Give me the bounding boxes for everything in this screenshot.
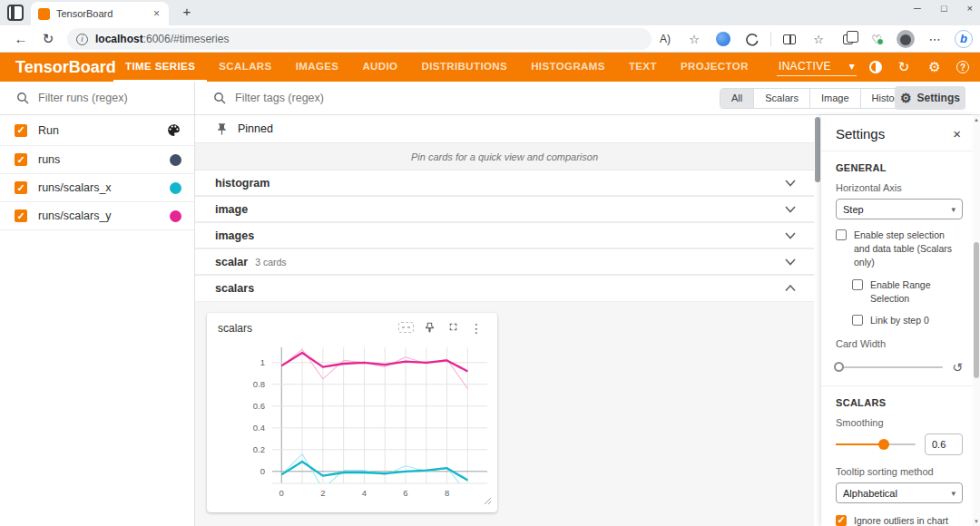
svg-text:4: 4 bbox=[362, 488, 367, 498]
url-text: localhost:6006/#timeseries bbox=[95, 33, 229, 45]
dark-mode-toggle-icon[interactable] bbox=[869, 61, 882, 73]
nav-tab-histograms[interactable]: HISTOGRAMS bbox=[519, 53, 617, 82]
smoothing-value-input[interactable]: 0.6 bbox=[925, 433, 963, 455]
fullscreen-icon[interactable] bbox=[441, 320, 465, 336]
chevron-down-icon[interactable] bbox=[785, 232, 796, 239]
run-name: runs bbox=[38, 153, 170, 166]
data-table-toggle-icon[interactable] bbox=[394, 320, 417, 336]
range-selection-row[interactable]: Enable Range Selection bbox=[852, 278, 963, 306]
bing-chat-icon[interactable]: b bbox=[953, 28, 975, 50]
url-host: localhost bbox=[95, 33, 143, 45]
run-row[interactable]: ✓ runs bbox=[0, 146, 194, 174]
section-scalars[interactable]: scalars bbox=[195, 276, 814, 302]
tab-close-icon[interactable]: × bbox=[152, 7, 162, 20]
link-by-step-checkbox[interactable] bbox=[852, 315, 863, 326]
nav-tab-scalars[interactable]: SCALARS bbox=[207, 53, 283, 82]
back-icon[interactable]: ← bbox=[7, 31, 34, 46]
run-color-dot[interactable] bbox=[170, 154, 181, 166]
nav-tab-projector[interactable]: PROJECTOR bbox=[669, 53, 760, 82]
card-width-slider[interactable] bbox=[836, 366, 943, 368]
scalars-line-chart[interactable]: 00.20.40.60.8102468 bbox=[207, 340, 497, 509]
section-histogram[interactable]: histogram bbox=[195, 170, 814, 197]
address-bar[interactable]: i localhost:6006/#timeseries bbox=[67, 28, 652, 50]
favorites-star-icon[interactable]: ☆ bbox=[683, 28, 705, 50]
toggle-all-runs-checkbox[interactable]: ✓ bbox=[15, 124, 27, 137]
main-scrollbar[interactable] bbox=[814, 115, 821, 526]
nav-tab-text[interactable]: TEXT bbox=[617, 53, 669, 82]
ignore-outliers-checkbox[interactable]: ✓ bbox=[836, 515, 847, 526]
main-scrollbar-thumb[interactable] bbox=[815, 117, 820, 182]
help-icon[interactable]: ? bbox=[956, 61, 969, 73]
range-selection-checkbox[interactable] bbox=[852, 279, 863, 290]
palette-icon[interactable] bbox=[166, 122, 181, 138]
svg-text:0.6: 0.6 bbox=[253, 401, 265, 411]
chevron-down-icon[interactable] bbox=[785, 258, 796, 266]
section-images[interactable]: images bbox=[195, 223, 814, 249]
read-aloud-icon[interactable]: A) bbox=[654, 28, 676, 50]
check-icon: ✓ bbox=[16, 210, 24, 222]
run-checkbox[interactable]: ✓ bbox=[15, 153, 27, 166]
settings-scrollbar[interactable]: ▲ ▼ bbox=[973, 115, 980, 526]
run-row[interactable]: ✓ runs/scalars_x bbox=[0, 174, 194, 202]
pinned-section-header: Pinned bbox=[195, 115, 814, 143]
run-checkbox[interactable]: ✓ bbox=[15, 209, 27, 222]
filter-tags-input[interactable] bbox=[235, 92, 371, 104]
settings-toggle-button[interactable]: ⚙ Settings bbox=[895, 86, 965, 110]
window-close-button[interactable]: × bbox=[967, 3, 973, 14]
run-name: runs/scalars_y bbox=[38, 209, 170, 222]
ignore-outliers-row[interactable]: ✓ Ignore outliers in chart scaling bbox=[836, 514, 963, 526]
section-scalar[interactable]: scalar 3 cards bbox=[195, 249, 814, 276]
chevron-down-icon[interactable] bbox=[785, 180, 796, 187]
nav-tab-images[interactable]: IMAGES bbox=[284, 53, 351, 82]
section-image[interactable]: image bbox=[195, 197, 814, 223]
tooltip-sorting-dropdown[interactable]: Alphabetical ▾ bbox=[836, 482, 963, 503]
run-row[interactable]: ✓ runs/scalars_y bbox=[0, 202, 194, 230]
pill-scalars[interactable]: Scalars bbox=[753, 89, 809, 108]
card-width-reset-icon[interactable]: ↺ bbox=[952, 360, 963, 375]
filter-runs-input[interactable] bbox=[38, 92, 174, 104]
link-by-step-row[interactable]: Link by step 0 bbox=[852, 314, 963, 327]
step-selection-row[interactable]: Enable step selection and data table (Sc… bbox=[836, 229, 963, 270]
extension-icon[interactable] bbox=[712, 28, 734, 50]
chevron-down-icon[interactable] bbox=[785, 206, 796, 213]
card-resize-handle[interactable] bbox=[484, 492, 492, 509]
settings-close-icon[interactable]: × bbox=[953, 126, 961, 141]
run-checkbox[interactable]: ✓ bbox=[15, 181, 27, 194]
runs-column-header: Run bbox=[38, 124, 166, 137]
history-loop-icon[interactable] bbox=[741, 28, 763, 50]
profile-avatar[interactable] bbox=[895, 28, 916, 50]
chevron-up-icon[interactable] bbox=[785, 285, 796, 292]
ignore-outliers-label: Ignore outliers in chart scaling bbox=[854, 514, 963, 526]
site-info-icon[interactable]: i bbox=[76, 34, 88, 45]
step-selection-checkbox[interactable] bbox=[836, 229, 847, 240]
card-menu-kebab-icon[interactable]: ⋮ bbox=[465, 321, 488, 336]
smoothing-slider[interactable] bbox=[836, 443, 916, 445]
horizontal-axis-dropdown[interactable]: Step ▾ bbox=[836, 199, 963, 219]
nav-tab-distributions[interactable]: DISTRIBUTIONS bbox=[409, 53, 519, 82]
smoothing-slider-thumb[interactable] bbox=[878, 439, 889, 450]
card-title: scalars bbox=[218, 322, 394, 335]
settings-scrollbar-thumb[interactable] bbox=[974, 242, 979, 378]
run-color-dot[interactable] bbox=[170, 210, 181, 222]
nav-tab-audio[interactable]: AUDIO bbox=[350, 53, 409, 82]
browser-essentials-icon[interactable]: ♡ bbox=[866, 28, 887, 50]
pill-all[interactable]: All bbox=[720, 89, 753, 108]
run-color-dot[interactable] bbox=[170, 182, 181, 194]
header-settings-gear-icon[interactable]: ⚙ bbox=[926, 59, 944, 75]
collections-star-icon[interactable]: ☆ bbox=[808, 28, 829, 50]
window-maximize-button[interactable]: □ bbox=[941, 3, 947, 14]
split-screen-icon[interactable] bbox=[779, 28, 800, 50]
card-width-slider-thumb[interactable] bbox=[834, 362, 844, 372]
new-tab-button[interactable]: + bbox=[178, 4, 196, 19]
reload-status-dropdown[interactable]: INACTIVE ▾ bbox=[777, 58, 857, 76]
more-menu-icon[interactable]: ⋯ bbox=[924, 28, 946, 50]
window-minimize-button[interactable]: ─ bbox=[914, 3, 921, 14]
refresh-icon[interactable]: ↻ bbox=[34, 31, 62, 47]
browser-tab[interactable]: TensorBoard × bbox=[31, 2, 169, 25]
refresh-data-icon[interactable]: ↻ bbox=[895, 59, 913, 75]
nav-tab-time-series[interactable]: TIME SERIES bbox=[113, 53, 207, 82]
tab-actions-menu-icon[interactable] bbox=[7, 5, 24, 21]
pill-image[interactable]: Image bbox=[809, 89, 860, 108]
copy-pages-icon[interactable] bbox=[837, 28, 858, 50]
pin-card-icon[interactable] bbox=[417, 320, 441, 336]
